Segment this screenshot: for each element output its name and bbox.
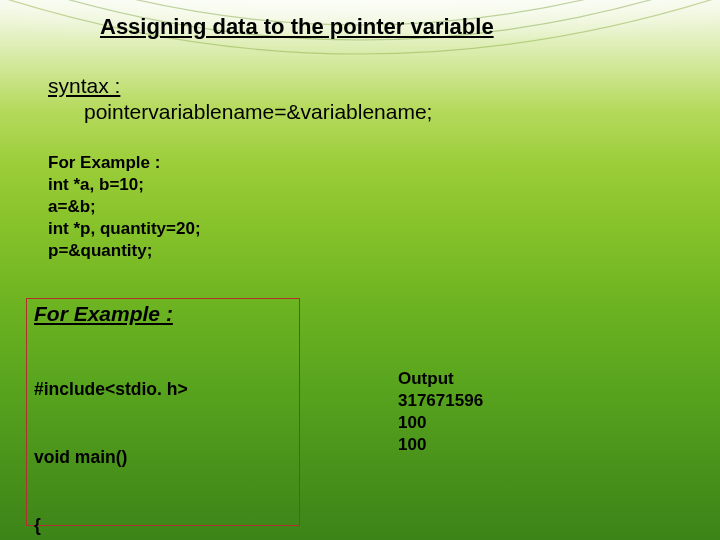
code-line: { <box>34 514 220 537</box>
output-block: Output 317671596 100 100 <box>398 368 483 456</box>
example2-code-block: #include<stdio. h> void main() { int val… <box>34 332 220 540</box>
example1-line: p=&quantity; <box>48 240 201 262</box>
output-line: 100 <box>398 434 483 456</box>
example1-line: a=&b; <box>48 196 201 218</box>
slide-background: Assigning data to the pointer variable s… <box>0 0 720 540</box>
output-line: 100 <box>398 412 483 434</box>
syntax-block: syntax : pointervariablename=&variablena… <box>48 74 432 124</box>
code-line: void main() <box>34 446 220 469</box>
example1-block: For Example : int *a, b=10; a=&b; int *p… <box>48 152 201 262</box>
example1-line: int *p, quantity=20; <box>48 218 201 240</box>
syntax-label: syntax : <box>48 74 120 97</box>
example2-heading: For Example : <box>34 302 173 326</box>
syntax-line: pointervariablename=&variablename; <box>48 100 432 124</box>
example1-line: int *a, b=10; <box>48 174 201 196</box>
slide-title: Assigning data to the pointer variable <box>100 14 494 40</box>
output-heading: Output <box>398 368 483 390</box>
output-line: 317671596 <box>398 390 483 412</box>
example1-heading: For Example : <box>48 152 201 174</box>
code-line: #include<stdio. h> <box>34 378 220 401</box>
